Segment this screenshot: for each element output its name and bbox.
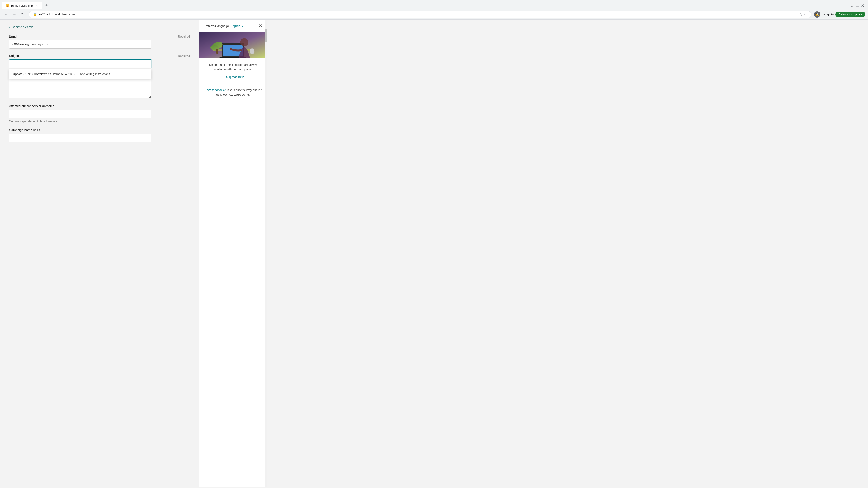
pref-language-label: Preferred language: <box>204 24 230 28</box>
tab-favicon: M <box>6 4 9 7</box>
scrollbar-thumb[interactable] <box>265 29 267 42</box>
url-text: us21.admin.mailchimp.com <box>39 13 797 16</box>
incognito-label: Incognito <box>822 13 834 16</box>
email-required-badge: Required <box>178 35 190 38</box>
main-content: ‹ Back to Search Email Required Subject … <box>0 20 199 487</box>
affected-label: Affected subscribers or domains <box>9 104 54 108</box>
affected-input[interactable] <box>9 109 151 118</box>
upgrade-link[interactable]: ↗ Upgrade now <box>204 75 262 78</box>
subject-field-header: Subject Required <box>9 54 190 58</box>
close-window-icon[interactable]: ✕ <box>861 3 864 8</box>
autocomplete-item[interactable]: Update - 13997 Northlawn St Detroit MI 4… <box>9 70 151 78</box>
active-tab[interactable]: M Home | Mailchimp ✕ <box>2 2 42 9</box>
sidebar-divider <box>204 83 262 84</box>
scrollbar-track <box>265 20 267 487</box>
sidebar-support-image <box>199 32 267 58</box>
tab-bar: M Home | Mailchimp ✕ + ⌄ ▭ ✕ <box>0 0 868 9</box>
back-link-text: Back to Search <box>11 25 33 29</box>
subject-input[interactable] <box>9 59 151 68</box>
email-input[interactable] <box>9 40 151 48</box>
autocomplete-dropdown: Update - 13997 Northlawn St Detroit MI 4… <box>9 69 151 79</box>
tab-close-button[interactable]: ✕ <box>35 4 39 7</box>
back-nav-button[interactable]: ← <box>3 11 10 18</box>
back-chevron-icon: ‹ <box>9 25 10 29</box>
email-section: Email Required <box>9 35 190 48</box>
svg-point-5 <box>240 38 248 46</box>
address-bar-icons: ☆ ▭ <box>799 12 807 17</box>
campaign-label: Campaign name or ID <box>9 128 40 132</box>
feedback-link[interactable]: Have feedback? <box>204 88 225 92</box>
upgrade-link-text: Upgrade now <box>226 75 244 78</box>
sidebar: Preferred language: English ∨ ✕ <box>199 20 267 487</box>
subject-label: Subject <box>9 54 20 58</box>
affected-field-header: Affected subscribers or domains <box>9 104 190 108</box>
forward-nav-button[interactable]: → <box>11 11 18 18</box>
reading-mode-icon[interactable]: ▭ <box>804 12 807 17</box>
campaign-input[interactable] <box>9 134 151 142</box>
external-link-icon: ↗ <box>222 75 225 78</box>
language-value[interactable]: English <box>230 24 240 28</box>
page-layout: ‹ Back to Search Email Required Subject … <box>0 20 868 487</box>
sidebar-body: Live chat and email support are always a… <box>199 58 267 101</box>
support-illustration <box>199 32 267 58</box>
minimize-icon[interactable]: ⌄ <box>850 3 854 8</box>
svg-rect-8 <box>216 49 218 54</box>
sidebar-close-button[interactable]: ✕ <box>259 23 262 28</box>
new-tab-button[interactable]: + <box>43 2 50 9</box>
subject-required-badge: Required <box>178 54 190 58</box>
address-bar-row: ← → ↻ 🔒 us21.admin.mailchimp.com ☆ ▭ 🕵 I… <box>0 9 868 20</box>
tab-title: Home | Mailchimp <box>11 4 33 7</box>
subject-section: Subject Required Update - 13997 Northlaw… <box>9 54 190 68</box>
feedback-text: Have feedback? Take a short survey and l… <box>204 88 262 97</box>
affected-hint: Comma separate multiple addresses. <box>9 120 190 123</box>
campaign-section: Campaign name or ID <box>9 128 190 142</box>
nav-buttons: ← → ↻ <box>3 11 26 18</box>
affected-section: Affected subscribers or domains Comma se… <box>9 104 190 123</box>
lock-icon: 🔒 <box>33 12 37 17</box>
maximize-icon[interactable]: ▭ <box>855 3 859 8</box>
bookmark-icon[interactable]: ☆ <box>799 12 802 17</box>
email-field-header: Email Required <box>9 35 190 38</box>
sidebar-header: Preferred language: English ∨ ✕ <box>199 20 267 32</box>
browser-actions: 🕵 Incognito Relaunch to update <box>814 11 865 18</box>
back-to-search-link[interactable]: ‹ Back to Search <box>9 25 190 29</box>
incognito-button[interactable]: 🕵 Incognito <box>814 11 834 18</box>
svg-point-9 <box>250 48 254 54</box>
relaunch-button[interactable]: Relaunch to update <box>835 11 865 18</box>
incognito-avatar: 🕵 <box>814 11 820 18</box>
support-text: Live chat and email support are always a… <box>204 63 262 71</box>
message-textarea[interactable] <box>9 79 151 98</box>
email-label: Email <box>9 35 17 38</box>
language-chevron-icon: ∨ <box>241 24 243 28</box>
browser-chrome: M Home | Mailchimp ✕ + ⌄ ▭ ✕ ← → ↻ 🔒 us2… <box>0 0 868 20</box>
window-controls: ⌄ ▭ ✕ <box>850 3 866 8</box>
preferred-language-text: Preferred language: English ∨ <box>204 24 243 28</box>
subject-autocomplete-wrapper: Update - 13997 Northlawn St Detroit MI 4… <box>9 59 151 68</box>
campaign-field-header: Campaign name or ID <box>9 128 190 132</box>
reload-button[interactable]: ↻ <box>19 11 26 18</box>
address-bar[interactable]: 🔒 us21.admin.mailchimp.com ☆ ▭ <box>29 11 811 18</box>
